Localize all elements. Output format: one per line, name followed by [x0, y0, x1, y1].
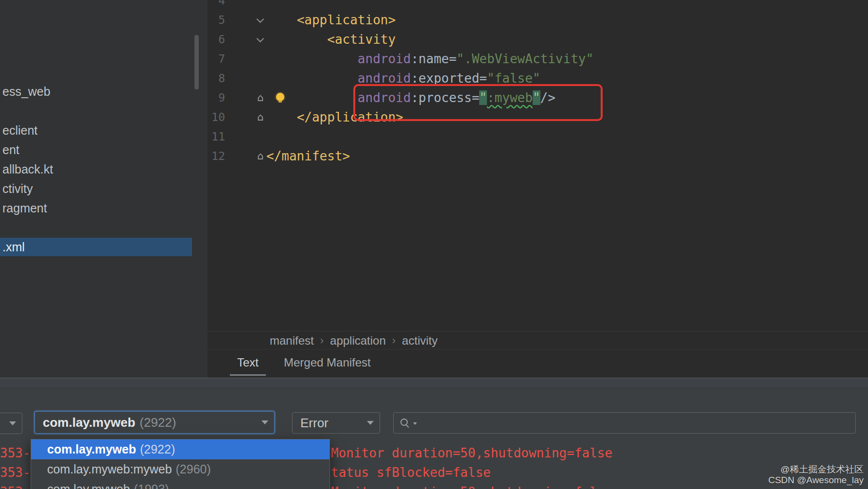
- code-token: =: [449, 52, 457, 66]
- gutter-mark-icon: ⌂: [254, 146, 267, 166]
- code-token: ".WebViewActivity": [456, 52, 593, 66]
- code-token: <application>: [297, 13, 396, 27]
- process-dropdown-item[interactable]: com.lay.myweb(2922): [31, 439, 330, 459]
- project-tree-item[interactable]: eclient: [0, 121, 192, 140]
- code-line: 9⌂ android:process=":myweb"/>: [208, 88, 868, 107]
- line-number: 12: [208, 146, 225, 166]
- code-line: 6 <activity: [208, 30, 868, 49]
- code-line: 11: [208, 127, 868, 146]
- process-name: com.lay.myweb: [43, 415, 135, 430]
- breadcrumb-item[interactable]: application: [330, 334, 386, 348]
- line-number: 10: [208, 107, 225, 127]
- code-token: =: [472, 90, 480, 105]
- code-token: </manifest>: [266, 149, 350, 163]
- process-dropdown-item-name: com.lay.myweb: [47, 442, 136, 456]
- watermark: @稀土掘金技术社区 CSDN @Awesome_lay: [768, 464, 864, 486]
- code-line: 10⌂ </application>: [208, 107, 868, 127]
- project-tree-item[interactable]: ctivity: [0, 179, 192, 198]
- code-token: "false": [487, 71, 540, 86]
- search-icon[interactable]: [400, 419, 410, 428]
- process-filter-value: com.lay.myweb(2922): [35, 412, 274, 433]
- process-dropdown-item[interactable]: com.lay.myweb(1993): [31, 479, 330, 489]
- log-line-text: tatus sfBlocked=false: [331, 463, 491, 482]
- gutter-mark-icon: ⌂: [254, 88, 267, 107]
- code-text: android:exported="false": [266, 69, 540, 88]
- breadcrumb-separator: ›: [320, 334, 324, 347]
- gutter-mark-icon: ⌂: [254, 107, 267, 127]
- code-area[interactable]: 45 <application>6 <activity7 android:nam…: [208, 0, 868, 331]
- log-search-field[interactable]: [393, 412, 856, 434]
- search-history-caret-icon: [413, 422, 417, 425]
- line-number: 7: [208, 49, 225, 69]
- process-pid: (2922): [139, 415, 176, 430]
- code-token: <activity: [327, 32, 396, 47]
- log-line-text: Monitor duration=50,shutdowning=false: [331, 443, 612, 463]
- manifest-tab-bar: TextMerged Manifest: [208, 349, 868, 378]
- code-text: android:name=".WebViewActivity": [266, 49, 593, 69]
- log-level-combo[interactable]: Error: [292, 412, 380, 434]
- process-dropdown-popup[interactable]: com.lay.myweb(2922)com.lay.myweb:myweb(2…: [31, 439, 330, 489]
- code-token: [266, 13, 297, 27]
- code-text: android:process=":myweb"/>: [266, 88, 556, 107]
- process-dropdown-item-name: com.lay.myweb:myweb: [47, 462, 172, 476]
- code-token: </application>: [297, 110, 403, 124]
- code-line: 7 android:name=".WebViewActivity": [208, 49, 868, 69]
- chevron-down-icon: [367, 421, 374, 425]
- line-number: 11: [208, 127, 225, 146]
- project-tree-item[interactable]: ess_web: [0, 82, 192, 101]
- project-tree-item[interactable]: ragment: [0, 199, 192, 217]
- code-text: </manifest>: [266, 146, 350, 166]
- logcat-panel: com.lay.myweb(2922) Error 353-8Monitor d…: [0, 388, 868, 489]
- code-token: android: [358, 52, 411, 66]
- code-token: :name: [411, 52, 449, 66]
- code-line: 8 android:exported="false": [208, 69, 868, 88]
- watermark-line1: @稀土掘金技术社区: [768, 464, 864, 475]
- code-token: [266, 110, 297, 124]
- editor: 45 <application>6 <activity7 android:nam…: [208, 0, 868, 378]
- fold-arrow-icon[interactable]: [257, 35, 264, 43]
- device-combo[interactable]: [0, 413, 22, 434]
- code-token: :process: [411, 90, 471, 105]
- process-filter-combo[interactable]: com.lay.myweb(2922): [35, 411, 275, 434]
- project-tree-item[interactable]: .xml: [0, 238, 192, 256]
- process-dropdown-item-name: com.lay.myweb: [47, 482, 130, 489]
- code-token: [266, 32, 327, 47]
- breadcrumb-item[interactable]: activity: [402, 334, 437, 348]
- process-dropdown-item-pid: (2960): [176, 462, 211, 476]
- line-number: 6: [208, 30, 225, 49]
- code-token: ": [479, 90, 487, 105]
- code-token: />: [540, 90, 556, 105]
- tool-window-splitter[interactable]: [0, 378, 868, 388]
- project-scrollbar[interactable]: [194, 35, 199, 89]
- code-token: android: [358, 90, 411, 105]
- line-number: 8: [208, 69, 225, 88]
- code-token: android: [358, 71, 411, 86]
- project-tree-item[interactable]: allback.kt: [0, 160, 192, 178]
- watermark-line2: CSDN @Awesome_lay: [768, 475, 864, 486]
- main-area: ess_webecliententallback.ktctivityragmen…: [0, 0, 868, 378]
- code-token: ": [533, 90, 540, 105]
- project-panel: ess_webecliententallback.ktctivityragmen…: [0, 0, 208, 378]
- process-dropdown-item[interactable]: com.lay.myweb:myweb(2960): [31, 459, 330, 479]
- code-text: </application>: [266, 107, 403, 127]
- breadcrumb: manifest›application›activity: [208, 331, 868, 349]
- code-lines: 45 <application>6 <activity7 android:nam…: [208, 0, 868, 166]
- log-line-text: Monitor duration=50,shutdowning=false: [331, 482, 612, 489]
- fold-arrow-icon[interactable]: [257, 16, 264, 23]
- tab-merged-manifest[interactable]: Merged Manifest: [277, 349, 378, 378]
- line-number: 9: [208, 88, 225, 107]
- chevron-down-icon: [261, 420, 268, 424]
- code-line: 12⌂</manifest>: [208, 146, 868, 166]
- code-text: <activity: [266, 30, 396, 49]
- tab-text[interactable]: Text: [230, 349, 266, 378]
- line-number: 4: [208, 0, 225, 10]
- line-number: 5: [208, 10, 225, 30]
- search-icon-handle: [406, 424, 409, 428]
- code-line: 4: [208, 0, 868, 10]
- code-token: :exported: [411, 71, 479, 86]
- chevron-down-icon: [9, 421, 16, 425]
- code-line: 5 <application>: [208, 10, 868, 30]
- project-tree-item[interactable]: ent: [0, 140, 192, 159]
- process-dropdown-item-pid: (2922): [140, 442, 175, 456]
- breadcrumb-item[interactable]: manifest: [270, 334, 314, 348]
